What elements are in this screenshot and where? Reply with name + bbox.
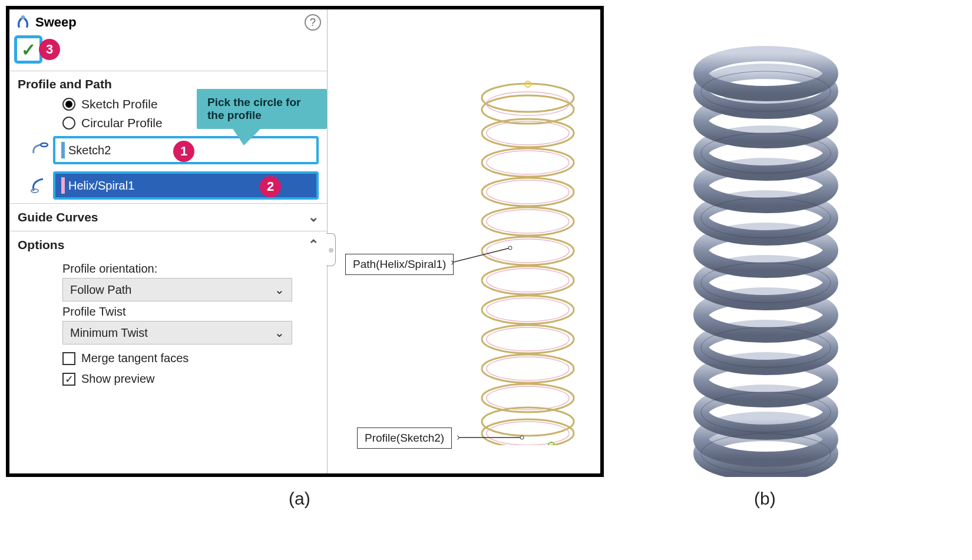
profile-selection-input[interactable]: Sketch2 1 <box>53 136 319 164</box>
merge-tangent-faces-checkbox[interactable]: Merge tangent faces <box>62 352 319 365</box>
radio-label: Sketch Profile <box>81 97 158 111</box>
chevron-down-icon: ⌄ <box>308 210 319 225</box>
chevron-down-icon: ⌄ <box>275 326 285 340</box>
svg-point-7 <box>482 325 574 353</box>
svg-point-2 <box>31 189 38 193</box>
profile-selection-value: Sketch2 <box>68 144 111 157</box>
panel-expand-tab[interactable] <box>326 233 336 266</box>
path-annotation-label: Path(Helix/Spiral1) <box>345 254 454 275</box>
svg-point-18 <box>487 386 569 410</box>
graphics-viewport[interactable]: Path(Helix/Spiral1) Profile(Sketch2) <box>328 9 600 473</box>
profile-icon <box>27 140 53 160</box>
svg-point-0 <box>21 15 25 19</box>
section-label: Options <box>18 238 64 252</box>
profile-twist-label: Profile Twist <box>62 305 319 319</box>
path-selection-value: Helix/Spiral1 <box>68 179 134 193</box>
path-selection-row: Helix/Spiral1 2 <box>9 168 327 203</box>
section-guide-curves[interactable]: Guide Curves ⌄ <box>9 203 327 231</box>
chevron-up-icon: ⌃ <box>308 237 319 253</box>
options-body: Profile orientation: Follow Path ⌄ Profi… <box>9 262 327 392</box>
ok-button[interactable]: ✓ <box>14 35 42 64</box>
dialog-screenshot-frame: Sweep ? ✓ 3 Profile and Path Sketch Prof… <box>6 6 604 477</box>
panel-title: Sweep <box>35 15 77 30</box>
svg-point-6 <box>482 354 574 383</box>
instruction-tooltip: Pick the circle for the profile <box>197 89 327 129</box>
callout-badge-1: 1 <box>173 141 194 162</box>
selection-bar-icon <box>61 177 65 194</box>
checkmark-icon: ✓ <box>21 39 36 60</box>
path-selection-input[interactable]: Helix/Spiral1 2 <box>53 171 319 200</box>
svg-point-13 <box>482 148 574 177</box>
svg-point-12 <box>482 178 574 206</box>
svg-point-16 <box>482 84 574 112</box>
leader-line <box>457 430 528 448</box>
svg-point-25 <box>487 180 569 204</box>
svg-point-19 <box>487 357 569 380</box>
chevron-down-icon: ⌄ <box>275 283 285 297</box>
svg-point-32 <box>508 246 512 250</box>
figure-label-b: (b) <box>754 489 776 509</box>
svg-point-26 <box>487 151 569 174</box>
sweep-feature-icon <box>15 15 31 30</box>
dropdown-value: Follow Path <box>70 283 132 297</box>
profile-selection-row: Sketch2 1 <box>9 132 327 168</box>
svg-point-35 <box>520 436 524 439</box>
section-label: Guide Curves <box>18 210 98 224</box>
svg-point-1 <box>41 143 48 147</box>
profile-annotation-label: Profile(Sketch2) <box>357 428 452 449</box>
selection-bar-icon <box>61 142 65 158</box>
rendered-spring-result <box>672 41 860 477</box>
callout-badge-2: 2 <box>260 176 281 197</box>
svg-point-11 <box>482 207 574 236</box>
dot-icon <box>329 248 333 253</box>
svg-point-20 <box>487 327 569 351</box>
checkbox-icon: ✓ <box>62 373 75 386</box>
checkbox-label: Merge tangent faces <box>81 352 189 365</box>
svg-point-8 <box>482 296 574 324</box>
sweep-property-panel: Sweep ? ✓ 3 Profile and Path Sketch Prof… <box>9 9 328 473</box>
callout-badge-3: 3 <box>39 39 60 60</box>
checkbox-icon <box>62 352 75 365</box>
profile-orientation-dropdown[interactable]: Follow Path ⌄ <box>62 278 292 301</box>
path-icon <box>27 175 53 195</box>
figure-label-a: (a) <box>289 489 310 509</box>
section-options[interactable]: Options ⌃ <box>9 231 327 259</box>
show-preview-checkbox[interactable]: ✓ Show preview <box>62 372 319 386</box>
svg-point-36 <box>457 436 459 439</box>
svg-point-22 <box>487 269 569 292</box>
radio-icon <box>62 117 75 130</box>
profile-orientation-label: Profile orientation: <box>62 262 319 276</box>
svg-point-27 <box>487 121 569 145</box>
svg-line-31 <box>451 248 510 263</box>
svg-point-24 <box>487 210 569 233</box>
radio-label: Circular Profile <box>81 116 163 130</box>
leader-line <box>451 245 516 269</box>
svg-point-21 <box>487 298 569 322</box>
panel-header: Sweep ? <box>9 9 327 33</box>
svg-point-9 <box>482 266 574 294</box>
svg-point-33 <box>451 261 453 264</box>
help-icon[interactable]: ? <box>305 14 321 31</box>
confirm-cancel-row: ✓ 3 <box>9 33 327 71</box>
radio-icon <box>62 98 75 111</box>
checkbox-label: Show preview <box>81 372 155 386</box>
dropdown-value: Minimum Twist <box>70 326 148 340</box>
profile-twist-dropdown[interactable]: Minimum Twist ⌄ <box>62 321 292 344</box>
